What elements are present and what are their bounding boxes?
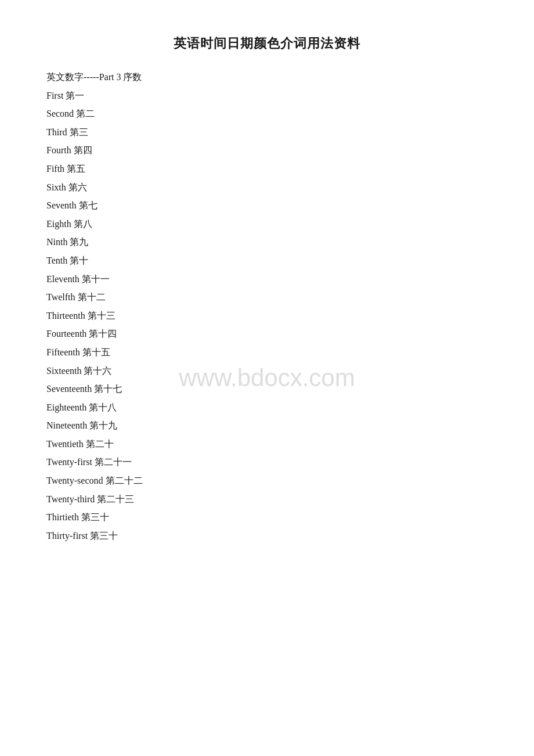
list-item: First 第一 <box>46 87 488 105</box>
list-item: Sixth 第六 <box>46 179 488 196</box>
list-item: Sixteenth 第十六 <box>46 362 488 380</box>
list-item: 英文数字-----Part 3 序数 <box>46 69 488 86</box>
ordinal-list: 英文数字-----Part 3 序数First 第一Second 第二Third… <box>46 69 488 544</box>
list-item: Twenty-second 第二十二 <box>46 472 488 489</box>
list-item: Fifteenth 第十五 <box>46 344 488 361</box>
list-item: Thirteenth 第十三 <box>46 307 488 325</box>
list-item: Eleventh 第十一 <box>46 271 488 288</box>
page-title: 英语时间日期颜色介词用法资料 <box>46 35 488 52</box>
list-item: Tenth 第十 <box>46 252 488 269</box>
list-item: Twentieth 第二十 <box>46 435 488 453</box>
list-item: Nineteenth 第十九 <box>46 417 488 434</box>
list-item: Eighth 第八 <box>46 215 488 233</box>
list-item: Fifth 第五 <box>46 160 488 178</box>
list-item: Seventh 第七 <box>46 197 488 214</box>
list-item: Ninth 第九 <box>46 233 488 251</box>
list-item: Third 第三 <box>46 124 488 141</box>
list-item: Twenty-third 第二十三 <box>46 491 488 508</box>
list-item: Thirtieth 第三十 <box>46 509 488 526</box>
list-item: Fourteenth 第十四 <box>46 325 488 343</box>
list-item: Seventeenth 第十七 <box>46 380 488 398</box>
list-item: Twelfth 第十二 <box>46 289 488 306</box>
list-item: Thirty-first 第三十 <box>46 527 488 545</box>
list-item: Eighteenth 第十八 <box>46 399 488 416</box>
list-item: Twenty-first 第二十一 <box>46 453 488 471</box>
list-item: Fourth 第四 <box>46 142 488 159</box>
list-item: Second 第二 <box>46 105 488 123</box>
